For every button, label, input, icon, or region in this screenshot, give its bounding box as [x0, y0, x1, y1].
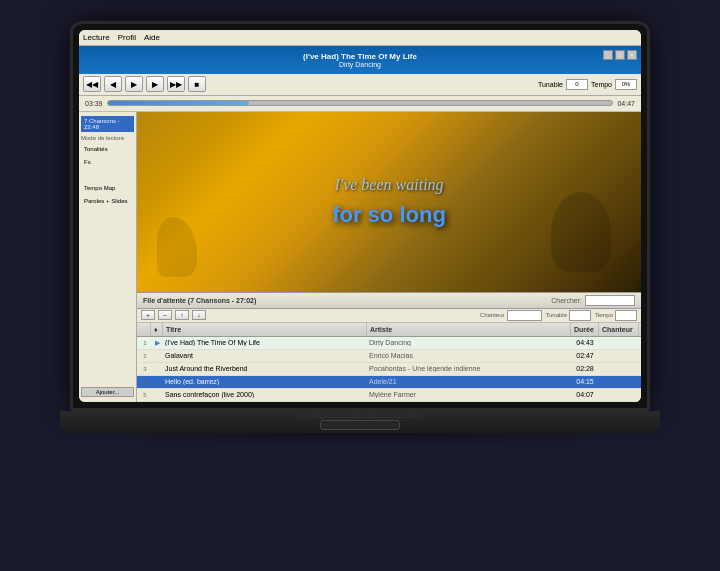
song-subtitle: Dirty Dancing [339, 61, 381, 68]
up-btn[interactable]: ↑ [175, 310, 189, 320]
toolbar-btn-stop[interactable]: ■ [188, 76, 206, 92]
title-bar: (I've Had) The Time Of My Life Dirty Dan… [79, 46, 641, 74]
table-row[interactable]: 3 Just Around the Riverbend Pocahontas -… [137, 363, 641, 376]
song-title: (I've Had) The Time Of My Life [303, 52, 417, 61]
row-title: Just Around the Riverbend [163, 365, 367, 372]
tempo-spinner[interactable]: 0% [615, 79, 637, 90]
row-artist: Mylène Farmer [367, 391, 571, 398]
row-title: Sans contrefaçon (live 2000) [163, 391, 367, 398]
trackpad [320, 420, 400, 430]
row-num: 5 [139, 392, 151, 398]
down-btn[interactable]: ↓ [192, 310, 206, 320]
col-duration: Durée [571, 323, 599, 336]
menu-aide[interactable]: Aide [144, 33, 160, 42]
row-artist: Dirty Dancing [367, 339, 571, 346]
toolbar-btn-2[interactable]: ◀ [104, 76, 122, 92]
progress-area: 03:39 04:47 [79, 96, 641, 112]
chanteur-input[interactable] [507, 310, 542, 321]
col-icon: ♦ [151, 323, 163, 336]
row-num: 4 [139, 379, 151, 385]
panel-header: File d'attente (7 Chansons - 27:02) Cher… [137, 293, 641, 309]
sidebar-tempo-map[interactable]: Tempo Map [81, 183, 134, 193]
controls-row: + − ↑ ↓ Chanteur [137, 309, 641, 323]
row-title: Hello (ed. barrez) [163, 378, 367, 385]
remove-btn[interactable]: − [158, 310, 172, 320]
tempo-ctrl-input[interactable] [615, 310, 637, 321]
toolbar: ◀◀ ◀ ▶ ▶ ▶▶ ■ Tunable 0 Tempo 0% [79, 74, 641, 96]
ajouter-button[interactable]: Ajouter... [81, 387, 134, 397]
row-duration: 04:15 [571, 378, 599, 385]
col-title: Titre [163, 323, 367, 336]
toolbar-btn-4[interactable]: ▶▶ [167, 76, 185, 92]
sidebar-empty1 [81, 170, 134, 180]
song-list-panel: File d'attente (7 Chansons - 27:02) Cher… [137, 292, 641, 402]
col-headers: ♦ Titre Artiste Durée Chanteur [137, 323, 641, 337]
app-window: Lecture Profil Aide (I've Had) The Time … [79, 30, 641, 402]
row-artist: Adele/21 [367, 378, 571, 385]
row-title: (I've Had) The Time Of My Life [163, 339, 367, 346]
toolbar-btn-play[interactable]: ▶ [125, 76, 143, 92]
controls-left: + − ↑ ↓ [141, 310, 206, 320]
row-duration: 02:28 [571, 365, 599, 372]
progress-fill [108, 101, 249, 105]
screen-bezel: Lecture Profil Aide (I've Had) The Time … [79, 30, 641, 402]
menu-profil[interactable]: Profil [118, 33, 136, 42]
menu-lecture[interactable]: Lecture [83, 33, 110, 42]
lyric-line2-highlight: for so long [332, 202, 446, 227]
row-num: 3 [139, 366, 151, 372]
laptop-shell: Lecture Profil Aide (I've Had) The Time … [50, 21, 670, 551]
panel-title: File d'attente (7 Chansons - 27:02) [143, 297, 256, 304]
table-row[interactable]: 1 ▶ (I've Had) The Time Of My Life Dirty… [137, 337, 641, 350]
table-row[interactable]: 4 Hello (ed. barrez) Adele/21 04:15 [137, 376, 641, 389]
video-area: I've been waiting for so long File d'att… [137, 112, 641, 402]
tempo-label: Tempo [591, 81, 612, 88]
tunable-spinner[interactable]: 0 [566, 79, 588, 90]
window-controls: _ □ × [603, 50, 637, 60]
col-num [139, 323, 151, 336]
tunable-ctrl-input[interactable] [569, 310, 591, 321]
row-artist: Pocahontas - Une légende indienne [367, 365, 571, 372]
lyric-line2: for so long [332, 202, 446, 228]
main-content: 7 Chansons - 22:48 Mode de lecture Tonal… [79, 112, 641, 402]
add-btn[interactable]: + [141, 310, 155, 320]
karaoke-overlay: I've been waiting for so long [137, 112, 641, 292]
col-artist: Artiste [367, 323, 571, 336]
row-duration: 02:47 [571, 352, 599, 359]
time-current: 03:39 [85, 100, 103, 107]
table-row[interactable]: 2 Galavant Enrico Macias 02:47 [137, 350, 641, 363]
tempo-group: Tempo [595, 310, 637, 321]
laptop-shadow [50, 431, 670, 446]
row-duration: 04:07 [571, 391, 599, 398]
filter-label: Chercher: [551, 297, 582, 304]
row-num: 2 [139, 353, 151, 359]
close-button[interactable]: × [627, 50, 637, 60]
sidebar-fx[interactable]: Fx [81, 157, 134, 167]
tunable-ctrl-label: Tunable [546, 312, 567, 318]
toolbar-btn-1[interactable]: ◀◀ [83, 76, 101, 92]
song-table: 1 ▶ (I've Had) The Time Of My Life Dirty… [137, 337, 641, 402]
video-player: I've been waiting for so long [137, 112, 641, 292]
lyric-line1: I've been waiting [334, 176, 443, 194]
toolbar-btn-3[interactable]: ▶ [146, 76, 164, 92]
filter-area: Chercher: [551, 295, 635, 306]
time-total: 04:47 [617, 100, 635, 107]
sidebar-lecture-label: Mode de lecture [81, 135, 134, 141]
tunable-label: Tunable [538, 81, 563, 88]
table-row[interactable]: 5 Sans contrefaçon (live 2000) Mylène Fa… [137, 389, 641, 402]
chanteur-label: Chanteur [480, 312, 505, 318]
sidebar-playlist[interactable]: 7 Chansons - 22:48 [81, 116, 134, 132]
sidebar-paroles[interactable]: Paroles + Slides [81, 196, 134, 206]
minimize-button[interactable]: _ [603, 50, 613, 60]
row-artist: Enrico Macias [367, 352, 571, 359]
maximize-button[interactable]: □ [615, 50, 625, 60]
sidebar-tonalites[interactable]: Tonalités [81, 144, 134, 154]
laptop-base [60, 411, 660, 433]
progress-track[interactable] [107, 100, 614, 106]
filter-input[interactable] [585, 295, 635, 306]
tempo-ctrl-label: Tempo [595, 312, 613, 318]
row-duration: 04:43 [571, 339, 599, 346]
screen-lid: Lecture Profil Aide (I've Had) The Time … [70, 21, 650, 411]
row-play-icon: ▶ [151, 339, 163, 347]
chanteur-group: Chanteur [480, 310, 542, 321]
menu-bar: Lecture Profil Aide [79, 30, 641, 46]
